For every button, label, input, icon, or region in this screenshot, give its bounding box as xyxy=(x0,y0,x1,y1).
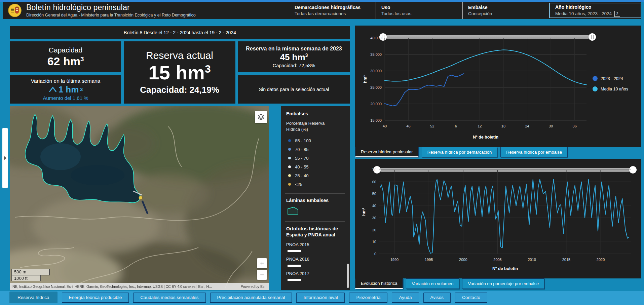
legend-class-label: <25 xyxy=(295,182,302,187)
filter-bar: Demarcaciones hidrográficasTodas las dem… xyxy=(289,2,641,19)
card-reserva-actual: Reserva actual 15 hm3 Capacidad: 24,19% xyxy=(124,41,235,104)
legend-class-dot xyxy=(288,174,291,177)
zoom-out-button[interactable]: − xyxy=(257,270,267,280)
map-attribution: INE, Instituto Geográfico Nacional, Esri… xyxy=(10,283,269,290)
legend-scrollbar-thumb[interactable] xyxy=(347,264,349,288)
pnoa-layer-pnoa-2017[interactable]: PNOA 2017 xyxy=(286,271,345,281)
minus-icon: − xyxy=(260,271,264,279)
svg-text:40: 40 xyxy=(383,124,387,128)
map-scale-bar: 500 m 1000 ft xyxy=(11,269,50,281)
bottom-tab-ayuda[interactable]: Ayuda xyxy=(392,293,419,303)
card-capacity: Capacidad 62 hm3 xyxy=(10,41,121,72)
filter-ano-hidrologico-badge: 2 xyxy=(614,11,620,17)
legend-class-label: 25 - 40 xyxy=(295,173,308,178)
svg-text:2000: 2000 xyxy=(459,258,467,262)
legend-divider xyxy=(285,221,345,222)
svg-text:hm³: hm³ xyxy=(363,75,368,83)
tab-reserva-hidrica-peninsular[interactable]: Reserva hídrica peninsular xyxy=(355,147,419,157)
pnoa-layer-label: PNOA 2016 xyxy=(286,257,345,262)
svg-text:36: 36 xyxy=(573,124,577,128)
legend-title: Embalses xyxy=(286,111,345,116)
no-data-text: Sin datos para la selección actual xyxy=(259,87,329,92)
card-reserva-2023: Reserva en la misma semana de 2023 45 hm… xyxy=(238,41,350,72)
svg-text:2015: 2015 xyxy=(562,258,570,262)
legend-class-item: 70 - 85 xyxy=(286,145,345,154)
filter-embalse[interactable]: EmbalseConcepción xyxy=(462,2,549,19)
bottom-tab-informacion-nival[interactable]: Información nival xyxy=(296,293,345,303)
bottom-tab-precipitacion-acumulada-semanal[interactable]: Precipitación acumulada semanal xyxy=(210,293,292,303)
svg-text:12: 12 xyxy=(478,124,482,128)
card-variation-title: Variación en la última semana xyxy=(31,78,101,84)
legend-series-label: Media 10 años xyxy=(601,87,628,91)
tab-variacion-en-porcentaje-por-embalse[interactable]: Variación en porcentaje por embalse xyxy=(462,278,544,289)
legend-series-dot xyxy=(593,76,598,81)
pnoa-layer-label: PNOA 2015 xyxy=(286,242,345,247)
svg-text:2005: 2005 xyxy=(493,258,501,262)
legend-class-item: 25 - 40 xyxy=(286,171,345,180)
svg-text:15.000: 15.000 xyxy=(370,118,382,122)
tab-reserva-hidrica-por-embalse[interactable]: Reserva hídrica por embalse xyxy=(500,147,568,157)
ortofotos-title: Ortofotos históricas de España y PNOA an… xyxy=(286,226,340,238)
evolucion-historica-svg: 0102030405060701990199520002005201020152… xyxy=(355,159,641,278)
series-media-10-anos xyxy=(385,50,586,85)
filter-ano-hidrologico-value: Media 10 años, 2023 - 20242 xyxy=(555,11,635,17)
bottom-tab-energia-teorica-producible[interactable]: Energía teórica producible xyxy=(62,293,129,303)
tab-variacion-en-volumen[interactable]: Variación en volumen xyxy=(406,278,459,289)
bulletin-bar: Boletín 8 Desde el 12 - 2 - 2024 hasta e… xyxy=(10,26,350,39)
svg-text:24: 24 xyxy=(525,124,529,128)
legend-class-dot xyxy=(288,157,291,159)
layers-icon xyxy=(257,113,265,121)
filter-uso[interactable]: UsoTodos los usos xyxy=(376,2,462,19)
svg-text:40.000: 40.000 xyxy=(370,36,382,40)
attribution-text: INE, Instituto Geográfico Nacional, Esri… xyxy=(10,284,212,289)
map-legend-panel: Embalses Porcentaje Reserva Hídrica (%) … xyxy=(281,106,350,290)
powered-by-esri: Powered by Esri xyxy=(238,284,269,289)
chart-legend-item-media-10-anos: Media 10 años xyxy=(593,86,628,91)
legend-class-label: 85 - 100 xyxy=(295,138,311,143)
chart1-tab-row: Reserva hídrica peninsularReserva hídric… xyxy=(355,147,568,157)
card-variation-note: Aumento del 1,61 % xyxy=(43,95,88,101)
chart-legend-item-2023-2024: 2023 - 2024 xyxy=(593,76,628,81)
legend-class-dot xyxy=(288,139,291,142)
scale-imperial: 1000 ft xyxy=(11,275,41,281)
filter-demarcaciones[interactable]: Demarcaciones hidrográficasTodas las dem… xyxy=(289,2,376,19)
bottom-tab-caudales-medios-semanales[interactable]: Caudales medios semanales xyxy=(133,293,205,303)
svg-text:30: 30 xyxy=(549,124,553,128)
legend-class-item: <25 xyxy=(286,180,345,189)
lamina-polygon-icon xyxy=(287,206,345,217)
bottom-tab-list: Reserva hídricaEnergía teórica producibl… xyxy=(9,291,487,305)
side-panel-expander[interactable] xyxy=(2,128,8,188)
embalse-marker[interactable] xyxy=(139,196,143,200)
pnoa-layer-pnoa-2015[interactable]: PNOA 2015 xyxy=(286,242,345,252)
filter-demarcaciones-value: Todas las demarcaciones xyxy=(295,11,370,16)
pnoa-line-swatch xyxy=(288,250,301,252)
legend-series-label: 2023 - 2024 xyxy=(601,76,623,81)
header: Boletín hidrológico peninsular Dirección… xyxy=(3,2,641,19)
bottom-tab-avisos[interactable]: Avisos xyxy=(423,293,451,303)
filter-ano-hidrologico-label: Año hidrológico xyxy=(555,4,635,10)
satellite-map-image xyxy=(10,106,269,290)
svg-text:25.000: 25.000 xyxy=(370,85,382,89)
chart1-legend: 2023 - 2024Media 10 años xyxy=(593,76,628,97)
pnoa-layer-pnoa-2016[interactable]: PNOA 2016 xyxy=(286,257,345,267)
card-reserva-actual-note: Capacidad: 24,19% xyxy=(140,85,219,95)
pnoa-layer-list: PNOA 2015PNOA 2016PNOA 2017 xyxy=(286,242,345,281)
satellite-map[interactable]: + − 500 m 1000 ft INE, Instituto Geográf… xyxy=(10,106,269,290)
svg-text:6: 6 xyxy=(455,124,457,128)
layers-button[interactable] xyxy=(255,111,267,123)
svg-text:40: 40 xyxy=(372,204,376,208)
legend-class-list: 85 - 10070 - 8555 - 7040 - 5525 - 40<25 xyxy=(286,136,345,189)
tab-reserva-hidrica-por-demarcacion[interactable]: Reserva hídrica por demarcación xyxy=(422,147,497,157)
zoom-in-button[interactable]: + xyxy=(257,258,267,268)
legend-class-label: 40 - 55 xyxy=(295,164,308,169)
pnoa-layer-label: PNOA 2017 xyxy=(286,271,345,276)
bottom-tab-piezometria[interactable]: Piezometría xyxy=(349,293,387,303)
top-accent-strip xyxy=(0,0,644,2)
card-no-data: Sin datos para la selección actual xyxy=(238,75,350,104)
bottom-tab-contacto[interactable]: Contacto xyxy=(455,293,487,303)
svg-text:10: 10 xyxy=(372,240,376,244)
bottom-tab-reserva-hidrica[interactable]: Reserva hídrica xyxy=(9,292,58,303)
tab-evolucion-historica[interactable]: Evolución histórica xyxy=(355,278,403,289)
legend-subtitle: Porcentaje Reserva Hídrica (%) xyxy=(286,120,337,132)
filter-ano-hidrologico[interactable]: Año hidrológicoMedia 10 años, 2023 - 202… xyxy=(549,3,641,18)
